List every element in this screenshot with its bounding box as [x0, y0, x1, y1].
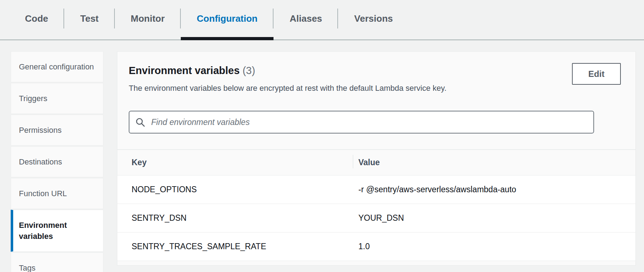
table-row: SENTRY_TRACES_SAMPLE_RATE 1.0: [117, 232, 635, 261]
table-body: NODE_OPTIONS -r @sentry/aws-serverless/a…: [117, 176, 635, 261]
tab[interactable]: Configuration: [181, 0, 274, 37]
sidebar-item[interactable]: Triggers: [11, 83, 103, 114]
function-tab-bar: Code Test Monitor Configuration Aliases …: [0, 0, 644, 40]
tab-bar-divider: [0, 40, 644, 40]
table-header-row: Key Value: [117, 150, 635, 176]
panel-title-text: Environment variables: [129, 65, 240, 76]
panel-description: The environment variables below are encr…: [129, 83, 624, 93]
sidebar-item-label: General configuration: [19, 62, 94, 71]
sidebar-item-label: Destinations: [19, 157, 62, 166]
tab[interactable]: Monitor: [115, 0, 181, 37]
table-row: SENTRY_DSN YOUR_DSN: [117, 204, 635, 232]
column-header-value: Value: [353, 158, 635, 167]
search-icon: [136, 117, 145, 127]
tab-label: Code: [25, 13, 48, 24]
sidebar-item-label: Triggers: [19, 94, 47, 103]
search-box: [129, 111, 594, 134]
panel-title-count: (3): [242, 65, 255, 76]
edit-button[interactable]: Edit: [572, 63, 621, 85]
table-row: NODE_OPTIONS -r @sentry/aws-serverless/a…: [117, 176, 635, 204]
search-input[interactable]: [150, 117, 587, 127]
tab-label: Versions: [354, 13, 393, 24]
env-var-value: YOUR_DSN: [353, 213, 635, 223]
env-var-key: NODE_OPTIONS: [117, 185, 353, 194]
sidebar-item[interactable]: Permissions: [11, 115, 103, 146]
tab[interactable]: Test: [64, 0, 115, 37]
sidebar-item-label: Environment variables: [19, 221, 67, 241]
env-var-key: SENTRY_DSN: [117, 213, 353, 223]
tab-label: Aliases: [290, 13, 322, 24]
tab[interactable]: Versions: [338, 0, 409, 37]
tab-label: Configuration: [197, 13, 257, 24]
tab[interactable]: Aliases: [274, 0, 338, 37]
panel-title: Environment variables (3): [129, 64, 624, 77]
column-header-key: Key: [117, 158, 353, 167]
env-var-value: -r @sentry/aws-serverless/awslambda-auto: [353, 185, 635, 194]
sidebar-item-label: Permissions: [19, 126, 62, 135]
tab[interactable]: Code: [9, 0, 64, 37]
env-var-key: SENTRY_TRACES_SAMPLE_RATE: [117, 242, 353, 251]
sidebar-item[interactable]: Destinations: [11, 146, 103, 177]
tab-label: Monitor: [131, 13, 165, 24]
sidebar-item[interactable]: General configuration: [11, 51, 103, 82]
tab-label: Test: [80, 13, 99, 24]
env-var-value: 1.0: [353, 242, 635, 251]
sidebar-item[interactable]: Tags: [11, 252, 103, 272]
environment-variables-panel: Environment variables (3) Edit The envir…: [117, 51, 636, 266]
sidebar-item[interactable]: Environment variables: [11, 210, 103, 252]
sidebar-item[interactable]: Function URL: [11, 178, 103, 209]
configuration-sidebar: General configuration Triggers Permissio…: [11, 51, 103, 272]
sidebar-item-label: Tags: [19, 263, 35, 272]
sidebar-item-label: Function URL: [19, 189, 67, 198]
